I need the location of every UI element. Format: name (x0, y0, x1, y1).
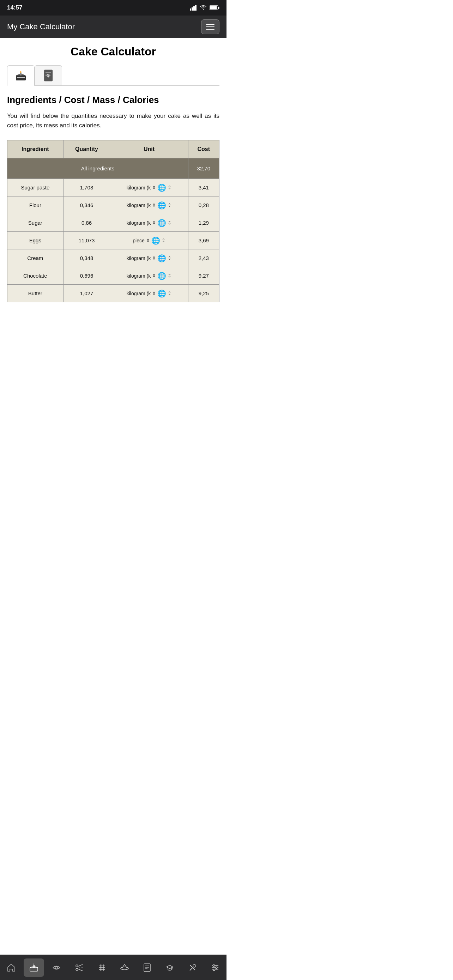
ingredient-quantity: 1,027 (63, 285, 110, 302)
all-ingredients-row: All ingredients 32,70 (7, 158, 219, 179)
globe-icon[interactable]: 🌐 (157, 201, 166, 210)
table-row: Eggs11,073piece⇕🌐⇕3,69 (7, 232, 219, 250)
globe-icon[interactable]: 🌐 (157, 183, 166, 192)
status-bar: 14:57 (0, 0, 227, 16)
tabs-container: $ (7, 65, 219, 86)
currency-chevron-icon: ⇕ (168, 202, 172, 208)
ingredient-name: Sugar (7, 214, 64, 232)
ingredient-cost: 0,28 (188, 196, 219, 214)
unit-text: kilogram (k (127, 185, 151, 191)
all-ingredients-cost: 32,70 (188, 158, 219, 179)
ingredient-name: Butter (7, 285, 64, 302)
ingredient-quantity: 0,696 (63, 267, 110, 285)
svg-rect-7 (16, 75, 26, 80)
status-icons (190, 5, 219, 11)
all-ingredients-label: All ingredients (7, 158, 188, 179)
svg-rect-8 (17, 77, 25, 78)
ingredient-unit[interactable]: kilogram (k⇕🌐⇕ (110, 214, 188, 232)
status-time: 14:57 (7, 4, 22, 11)
page-content: Cake Calculator $ (0, 38, 227, 334)
ingredient-quantity: 11,073 (63, 232, 110, 250)
section-description: You will find below the quantities neces… (7, 111, 219, 130)
ingredient-unit[interactable]: kilogram (k⇕🌐⇕ (110, 250, 188, 267)
currency-chevron-icon: ⇕ (168, 291, 172, 296)
ingredient-cost: 3,41 (188, 179, 219, 196)
receipt-icon: $ (42, 69, 55, 82)
ingredient-cost: 9,25 (188, 285, 219, 302)
app-title: My Cake Calculator (7, 22, 75, 32)
hamburger-line (206, 24, 215, 25)
unit-chevron-icon: ⇕ (152, 273, 156, 278)
cake-icon (14, 69, 27, 82)
svg-point-11 (21, 71, 22, 73)
unit-text: piece (133, 238, 144, 243)
globe-icon[interactable]: 🌐 (157, 254, 166, 262)
table-row: Cream0,348kilogram (k⇕🌐⇕2,43 (7, 250, 219, 267)
ingredient-name: Sugar paste (7, 179, 64, 196)
unit-chevron-icon: ⇕ (146, 238, 150, 243)
ingredient-unit[interactable]: kilogram (k⇕🌐⇕ (110, 267, 188, 285)
currency-chevron-icon: ⇕ (162, 238, 165, 243)
hamburger-line (206, 29, 215, 30)
currency-chevron-icon: ⇕ (168, 255, 172, 261)
tab-cost[interactable]: $ (35, 65, 62, 85)
ingredient-quantity: 0,348 (63, 250, 110, 267)
ingredient-unit[interactable]: piece⇕🌐⇕ (110, 232, 188, 250)
globe-icon[interactable]: 🌐 (151, 236, 160, 245)
currency-chevron-icon: ⇕ (168, 220, 172, 226)
globe-icon[interactable]: 🌐 (157, 272, 166, 280)
unit-chevron-icon: ⇕ (152, 185, 156, 190)
ingredient-quantity: 0,86 (63, 214, 110, 232)
svg-rect-0 (190, 8, 191, 11)
table-row: Sugar0,86kilogram (k⇕🌐⇕1,29 (7, 214, 219, 232)
table-row: Sugar paste1,703kilogram (k⇕🌐⇕3,41 (7, 179, 219, 196)
currency-chevron-icon: ⇕ (168, 185, 172, 190)
globe-icon[interactable]: 🌐 (157, 289, 166, 298)
unit-text: kilogram (k (127, 255, 151, 261)
globe-icon[interactable]: 🌐 (157, 219, 166, 227)
col-quantity: Quantity (63, 140, 110, 158)
svg-rect-2 (193, 6, 195, 11)
table-row: Chocolate0,696kilogram (k⇕🌐⇕9,27 (7, 267, 219, 285)
ingredient-quantity: 1,703 (63, 179, 110, 196)
unit-chevron-icon: ⇕ (152, 220, 156, 226)
table-header-row: Ingredient Quantity Unit Cost (7, 140, 219, 158)
signal-icon (190, 5, 197, 11)
ingredient-quantity: 0,346 (63, 196, 110, 214)
hamburger-line (206, 27, 215, 27)
table-row: Butter1,027kilogram (k⇕🌐⇕9,25 (7, 285, 219, 302)
ingredient-unit[interactable]: kilogram (k⇕🌐⇕ (110, 179, 188, 196)
svg-rect-3 (195, 5, 197, 11)
ingredient-cost: 1,29 (188, 214, 219, 232)
tab-cake[interactable] (7, 65, 35, 86)
ingredient-name: Chocolate (7, 267, 64, 285)
col-cost: Cost (188, 140, 219, 158)
app-header: My Cake Calculator (0, 16, 227, 38)
currency-chevron-icon: ⇕ (168, 273, 172, 278)
unit-text: kilogram (k (127, 273, 151, 279)
ingredient-name: Cream (7, 250, 64, 267)
ingredient-cost: 3,69 (188, 232, 219, 250)
unit-text: kilogram (k (127, 291, 151, 296)
ingredient-cost: 9,27 (188, 267, 219, 285)
unit-chevron-icon: ⇕ (152, 255, 156, 261)
menu-button[interactable] (201, 19, 219, 34)
battery-icon (210, 5, 219, 11)
svg-rect-5 (210, 6, 217, 10)
unit-text: kilogram (k (127, 220, 151, 226)
unit-chevron-icon: ⇕ (152, 291, 156, 296)
col-ingredient: Ingredient (7, 140, 64, 158)
ingredient-name: Flour (7, 196, 64, 214)
ingredient-unit[interactable]: kilogram (k⇕🌐⇕ (110, 285, 188, 302)
ingredient-cost: 2,43 (188, 250, 219, 267)
table-row: Flour0,346kilogram (k⇕🌐⇕0,28 (7, 196, 219, 214)
ingredient-unit[interactable]: kilogram (k⇕🌐⇕ (110, 196, 188, 214)
wifi-icon (200, 5, 207, 11)
unit-chevron-icon: ⇕ (152, 202, 156, 208)
ingredient-name: Eggs (7, 232, 64, 250)
section-heading: Ingredients / Cost / Mass / Calories (7, 95, 219, 105)
svg-rect-1 (192, 7, 193, 11)
svg-rect-6 (218, 7, 219, 9)
unit-text: kilogram (k (127, 202, 151, 208)
ingredients-table: Ingredient Quantity Unit Cost All ingred… (7, 140, 219, 302)
